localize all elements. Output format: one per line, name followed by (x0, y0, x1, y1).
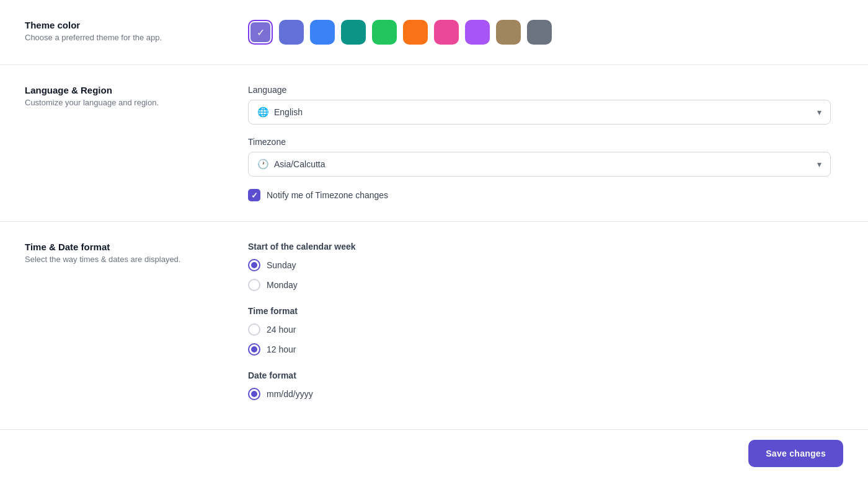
time-date-label: Time & Date format Select the way times … (25, 242, 223, 415)
radio-12hour-inner (251, 346, 257, 352)
time-format-title: Time format (248, 306, 843, 316)
radio-24hour-outer[interactable] (248, 323, 260, 336)
radio-monday-label: Monday (267, 280, 298, 290)
footer-bar: Save changes (0, 429, 868, 477)
timezone-group: Timezone 🕐 Asia/Calcutta ▾ (248, 137, 843, 177)
timezone-label: Timezone (248, 137, 843, 147)
language-label: Language (248, 85, 843, 95)
color-swatch-blue-medium[interactable] (279, 20, 304, 45)
color-swatch-green[interactable] (372, 20, 397, 45)
radio-sunday-outer[interactable] (248, 259, 260, 271)
notify-label: Notify me of Timezone changes (267, 190, 388, 200)
language-dropdown-left: 🌐 English (257, 107, 303, 118)
date-format-title: Date format (248, 370, 843, 380)
time-format-group: 24 hour 12 hour (248, 323, 843, 356)
radio-mdy-outer[interactable] (248, 388, 260, 400)
radio-12hour[interactable]: 12 hour (248, 343, 843, 356)
time-date-content: Start of the calendar week Sunday Monday… (248, 242, 843, 415)
checkbox-check-icon: ✓ (251, 191, 258, 200)
color-swatch-pink[interactable] (434, 20, 459, 45)
notify-checkbox[interactable]: ✓ (248, 189, 260, 201)
language-region-desc: Customize your language and region. (25, 98, 223, 107)
language-dropdown[interactable]: 🌐 English ▾ (248, 100, 831, 125)
radio-12hour-label: 12 hour (267, 344, 296, 354)
language-region-label: Language & Region Customize your languag… (25, 85, 223, 201)
check-icon: ✓ (257, 27, 265, 38)
language-group: Language 🌐 English ▾ (248, 85, 843, 125)
language-value: English (274, 107, 303, 117)
color-swatch-orange[interactable] (403, 20, 428, 45)
time-date-title: Time & Date format (25, 242, 223, 252)
radio-mdy[interactable]: mm/dd/yyyy (248, 388, 843, 400)
color-swatches: ✓ (248, 20, 843, 45)
time-date-section: Time & Date format Select the way times … (0, 222, 868, 465)
radio-mdy-inner (251, 391, 257, 397)
radio-monday-outer[interactable] (248, 279, 260, 291)
save-changes-button[interactable]: Save changes (748, 440, 843, 467)
timezone-dropdown-left: 🕐 Asia/Calcutta (257, 159, 325, 170)
timezone-dropdown[interactable]: 🕐 Asia/Calcutta ▾ (248, 152, 831, 177)
theme-color-title: Theme color (25, 20, 223, 30)
color-swatch-dark-gray[interactable] (527, 20, 552, 45)
radio-12hour-outer[interactable] (248, 343, 260, 356)
timezone-value: Asia/Calcutta (274, 159, 325, 169)
language-region-content: Language 🌐 English ▾ Timezone 🕐 Asia/Cal… (248, 85, 843, 201)
timezone-chevron-icon: ▾ (817, 159, 822, 169)
theme-color-desc: Choose a preferred theme for the app. (25, 33, 223, 42)
theme-color-label: Theme color Choose a preferred theme for… (25, 20, 223, 45)
color-swatch-blue-bright[interactable] (310, 20, 335, 45)
radio-24hour[interactable]: 24 hour (248, 323, 843, 336)
clock-icon: 🕐 (257, 159, 269, 170)
page-container: Theme color Choose a preferred theme for… (0, 0, 868, 477)
calendar-week-group: Sunday Monday (248, 259, 843, 291)
color-swatch-purple-light[interactable]: ✓ (248, 20, 273, 45)
color-swatch-brown[interactable] (496, 20, 521, 45)
language-region-section: Language & Region Customize your languag… (0, 65, 868, 222)
globe-icon: 🌐 (257, 107, 269, 118)
language-region-title: Language & Region (25, 85, 223, 95)
calendar-week-title: Start of the calendar week (248, 242, 843, 252)
radio-sunday-label: Sunday (267, 260, 296, 270)
notify-timezone-row[interactable]: ✓ Notify me of Timezone changes (248, 189, 843, 201)
radio-mdy-label: mm/dd/yyyy (267, 389, 313, 399)
time-date-desc: Select the way times & dates are display… (25, 255, 223, 264)
radio-sunday[interactable]: Sunday (248, 259, 843, 271)
radio-sunday-inner (251, 262, 257, 268)
color-swatch-teal[interactable] (341, 20, 366, 45)
language-chevron-icon: ▾ (817, 107, 822, 117)
color-swatch-purple-soft[interactable] (465, 20, 490, 45)
theme-color-content: ✓ (248, 20, 843, 45)
radio-24hour-label: 24 hour (267, 325, 296, 335)
theme-color-section: Theme color Choose a preferred theme for… (0, 0, 868, 65)
radio-monday[interactable]: Monday (248, 279, 843, 291)
date-format-group: mm/dd/yyyy (248, 388, 843, 400)
